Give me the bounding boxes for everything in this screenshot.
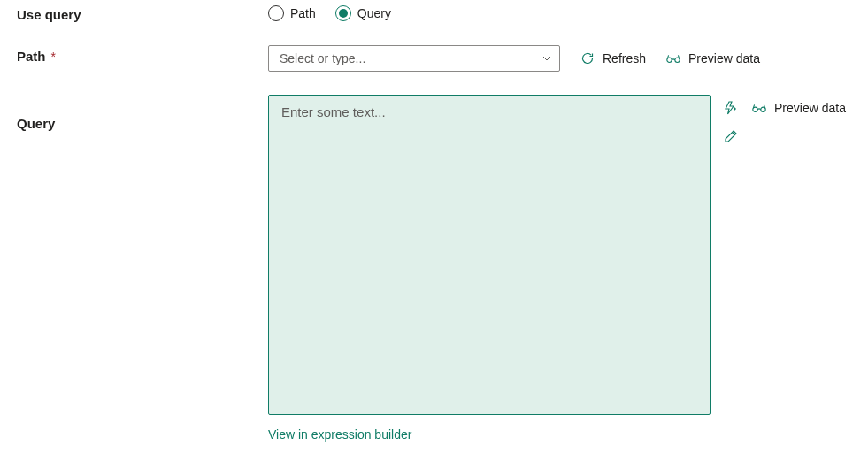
glasses-icon [665,50,681,66]
radio-path-label: Path [290,6,316,20]
lightning-icon [723,100,739,116]
use-query-label: Use query [17,7,81,22]
query-textarea-placeholder: Enter some text... [281,104,386,119]
pencil-icon [723,128,739,144]
preview-data-label-path: Preview data [688,51,760,65]
expression-builder-link[interactable]: View in expression builder [268,427,711,442]
path-select[interactable]: Select or type... [268,45,560,72]
preview-data-button-path[interactable]: Preview data [665,50,760,66]
use-query-radio-group: Path Query [268,4,868,22]
query-controls: Enter some text... View in expression bu… [268,95,868,442]
refresh-icon [580,50,595,66]
radio-query-label: Query [357,6,391,20]
chevron-down-icon [542,53,552,64]
radio-query-dot [339,9,348,18]
query-textarea[interactable]: Enter some text... [268,95,711,415]
glasses-icon-2 [751,100,767,116]
radio-query[interactable]: Query [335,5,391,21]
radio-path[interactable]: Path [268,5,316,21]
preview-data-button-query[interactable]: Preview data [751,100,846,116]
radio-path-circle [268,5,284,21]
path-required-asterisk: * [48,50,56,64]
radio-query-circle [335,5,351,21]
preview-data-label-query: Preview data [774,101,846,115]
lightning-button[interactable] [723,100,739,116]
path-label: Path [17,49,46,64]
edit-button[interactable] [723,128,846,144]
query-label: Query [17,116,55,131]
path-select-placeholder: Select or type... [280,51,365,65]
refresh-label: Refresh [603,51,646,65]
refresh-button[interactable]: Refresh [580,50,646,66]
path-controls: Select or type... Refresh [268,45,868,72]
